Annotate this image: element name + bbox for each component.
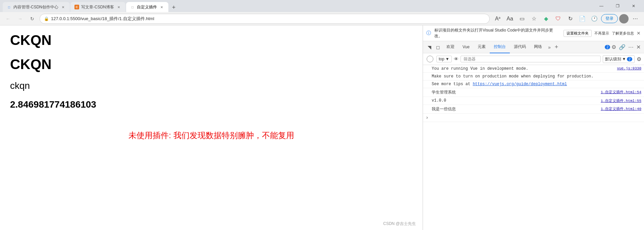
tab-network[interactable]: 网络 — [530, 41, 546, 53]
tab-elements[interactable]: 元素 — [474, 41, 490, 53]
title-bar: □ 内容管理-CSDN创作中心 ✕ C 写文章-CSDN博客 ✕ □ 自定义插件… — [0, 0, 644, 12]
devtools-close-icon[interactable]: ✕ — [635, 44, 642, 50]
toolbar-right: Aᵃ Aa ▭ ☆ ◆ 🛡 ↻ 📄 🕐 登录 ⋯ — [492, 13, 641, 24]
tab-console[interactable]: 控制台 — [490, 41, 510, 53]
notif-set-root-button[interactable]: 设置根文件夹 — [564, 30, 592, 37]
page-content: CKQN CKQN ckqn 2.8469817741861​03 未使用插件:… — [0, 25, 423, 230]
content-line1: CKQN — [10, 32, 413, 48]
tab-vue[interactable]: Vue — [459, 41, 474, 53]
history-icon[interactable]: 🕐 — [589, 13, 600, 24]
prohibit-icon — [427, 56, 433, 62]
collection-icon[interactable]: 📄 — [577, 13, 588, 24]
filter-input[interactable] — [461, 56, 601, 62]
tab3-favicon: □ — [130, 5, 135, 9]
devtools-notif-bar: ⓘ 标识项目的根文件夹以打开Visual Studio Code中的源文件并同步… — [423, 25, 644, 41]
minimize-button[interactable]: — — [594, 0, 609, 12]
vue-icon[interactable]: ◆ — [541, 13, 551, 24]
tab3-label: 自定义插件 — [137, 4, 157, 10]
main-layout: CKQN CKQN ckqn 2.8469817741861​03 未使用插件:… — [0, 25, 644, 230]
row-msg: 学生管理系统 — [432, 90, 598, 95]
translate-icon[interactable]: Aᵃ — [492, 13, 503, 24]
shield-icon[interactable]: 🛡 — [553, 13, 564, 24]
favorites-icon[interactable]: ☆ — [529, 13, 539, 24]
content-line2: CKQN — [10, 56, 413, 72]
row-msg: v1.0.0 — [432, 98, 598, 103]
notif-text: 标识项目的根文件夹以打开Visual Studio Code中的源文件并同步更改… — [434, 27, 561, 39]
tab-bar: □ 内容管理-CSDN创作中心 ✕ C 写文章-CSDN博客 ✕ □ 自定义插件… — [3, 0, 591, 12]
devtools-tabs: ◥ ◻ 欢迎 Vue 元素 控制台 源代码 网络 » + 2 ⚙ 🔗 ⋯ ✕ — [423, 41, 644, 53]
console-link[interactable]: https://vuejs.org/guide/deployment.html — [473, 82, 567, 87]
notif-learn-more-button[interactable]: 了解更多信息 — [612, 31, 634, 36]
log-level-arrow: ▼ — [622, 57, 626, 61]
more-tabs-icon[interactable]: » — [546, 45, 553, 50]
log-level-selector[interactable]: 默认级别 ▼ 2 — [603, 55, 635, 63]
devtools-inspect-icon[interactable]: ◥ — [425, 43, 434, 52]
tab-sources[interactable]: 源代码 — [510, 41, 530, 53]
row-expand-arrow[interactable]: › — [426, 115, 429, 120]
console-row: v1.0.0 1.自定义插件.html:55 — [423, 97, 644, 105]
tab1-favicon: □ — [7, 5, 11, 9]
console-row: 学生管理系统 1.自定义插件.html:54 — [423, 88, 644, 97]
split-icon[interactable]: ▭ — [517, 13, 527, 24]
tab-3[interactable]: □ 自定义插件 ✕ — [126, 2, 168, 12]
row-source[interactable]: 1.自定义插件.html:54 — [601, 90, 641, 95]
login-button[interactable]: 登录 — [601, 14, 618, 23]
tab2-close[interactable]: ✕ — [116, 4, 121, 10]
devtools-chain-icon[interactable]: 🔗 — [618, 44, 627, 50]
read-mode-icon[interactable]: Aa — [504, 13, 515, 24]
csdn-footer: CSDN @吉士先生 — [383, 221, 416, 227]
log-level-badge: 2 — [627, 57, 632, 61]
notif-close-icon[interactable]: ✕ — [637, 31, 641, 36]
devtools-panel: ⓘ 标识项目的根文件夹以打开Visual Studio Code中的源文件并同步… — [423, 25, 644, 230]
tab1-label: 内容管理-CSDN创作中心 — [13, 4, 58, 10]
devtools-device-icon[interactable]: ◻ — [434, 43, 442, 52]
avatar[interactable] — [619, 14, 629, 23]
console-row-expand-row: › — [423, 114, 644, 122]
console-settings-icon[interactable]: ⚙ — [637, 56, 641, 62]
center-notice: 未使用插件: 我们发现数据特别臃肿，不能复用 — [10, 130, 413, 141]
secure-icon: 🔒 — [44, 16, 49, 21]
tab-1[interactable]: □ 内容管理-CSDN创作中心 ✕ — [3, 2, 70, 12]
console-row: You are running Vue in development mode.… — [423, 65, 644, 73]
row-source[interactable]: 1.自定义插件.html:40 — [601, 106, 641, 111]
console-row: See more tips at https://vuejs.org/guide… — [423, 80, 644, 88]
context-label: top — [439, 57, 444, 61]
address-text: 127.0.0.1:5500/vue_basic/18_插件/1.自定义插件.h… — [51, 16, 485, 22]
tab-welcome[interactable]: 欢迎 — [442, 41, 459, 53]
row-source[interactable]: 1.自定义插件.html:55 — [601, 98, 641, 103]
notif-info-icon: ⓘ — [426, 30, 432, 36]
eye-icon[interactable]: 👁 — [454, 56, 459, 62]
refresh-icon[interactable]: ↻ — [565, 13, 576, 24]
maximize-button[interactable]: ❐ — [610, 0, 625, 12]
add-tab-icon[interactable]: + — [553, 44, 560, 51]
tab2-label: 写文章-CSDN博客 — [81, 4, 114, 10]
row-msg: Make sure to turn on production mode whe… — [432, 74, 639, 79]
tab-2[interactable]: C 写文章-CSDN博客 ✕ — [70, 2, 125, 12]
console-clear-icon[interactable] — [426, 55, 434, 63]
row-msg: See more tips at https://vuejs.org/guide… — [432, 82, 639, 87]
context-arrow: ▼ — [445, 57, 449, 61]
row-source[interactable]: vue.js:9330 — [617, 66, 641, 70]
forward-button[interactable]: → — [15, 14, 25, 23]
notif-no-show-button[interactable]: 不再显示 — [594, 31, 609, 36]
tab1-close[interactable]: ✕ — [60, 4, 66, 10]
console-row: 我是一些信息 1.自定义插件.html:40 — [423, 105, 644, 114]
devtools-dots-icon[interactable]: ⋯ — [627, 44, 635, 50]
address-input-wrap[interactable]: 🔒 127.0.0.1:5500/vue_basic/18_插件/1.自定义插件… — [40, 14, 490, 24]
back-button[interactable]: ← — [3, 14, 13, 23]
tab3-close[interactable]: ✕ — [159, 4, 164, 10]
new-tab-button[interactable]: + — [169, 3, 178, 12]
console-output: You are running Vue in development mode.… — [423, 65, 644, 230]
console-row: Make sure to turn on production mode whe… — [423, 73, 644, 80]
context-selector[interactable]: top ▼ — [436, 56, 452, 62]
close-button[interactable]: ✕ — [626, 0, 641, 12]
window-controls: — ❐ ✕ — [594, 0, 641, 12]
tab2-favicon: C — [74, 5, 79, 9]
address-bar: ← → ↻ 🔒 127.0.0.1:5500/vue_basic/18_插件/1… — [0, 12, 644, 25]
reload-button[interactable]: ↻ — [28, 14, 37, 23]
content-line4: 2.8469817741861​03 — [10, 99, 413, 110]
devtools-gear-icon[interactable]: ⚙ — [610, 44, 618, 50]
row-msg: You are running Vue in development mode. — [432, 66, 614, 71]
row-msg: 我是一些信息 — [432, 106, 598, 112]
menu-icon[interactable]: ⋯ — [630, 13, 641, 24]
